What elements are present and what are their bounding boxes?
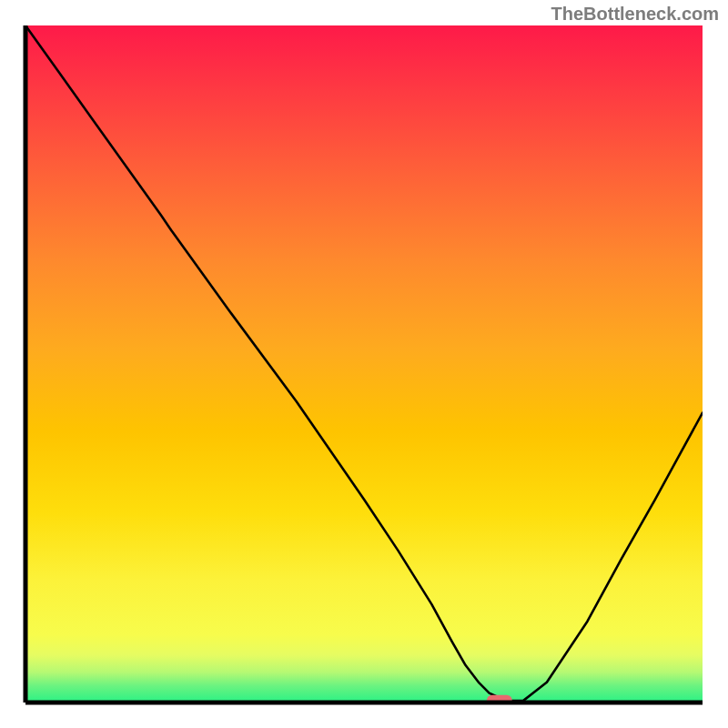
axes-svg [0, 0, 728, 728]
chart-container: TheBottleneck.com [0, 0, 728, 728]
watermark-text: TheBottleneck.com [551, 4, 719, 25]
